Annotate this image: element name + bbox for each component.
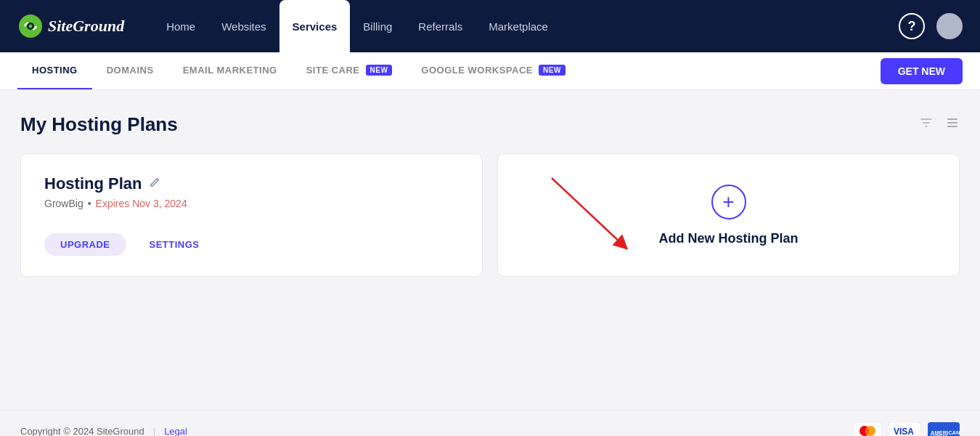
footer: Copyright © 2024 SiteGround | Legal VISA — [0, 410, 980, 436]
sub-nav-site-care[interactable]: SITE CARE NEW — [292, 52, 407, 89]
get-new-button[interactable]: GET NEW — [881, 58, 963, 84]
logo-text: SiteGround — [48, 17, 124, 36]
legal-link[interactable]: Legal — [164, 426, 187, 437]
top-nav: SiteGround Home Websites Services Billin… — [0, 0, 980, 52]
plan-type: GrowBig — [44, 198, 83, 209]
sub-nav-email-marketing[interactable]: EMAIL MARKETING — [168, 52, 292, 89]
sub-nav-hosting[interactable]: HOSTING — [17, 52, 92, 89]
sub-nav-items: HOSTING DOMAINS EMAIL MARKETING SITE CAR… — [17, 52, 881, 89]
footer-divider: | — [153, 426, 155, 437]
nav-link-home[interactable]: Home — [153, 0, 208, 52]
svg-rect-3 — [947, 118, 957, 120]
upgrade-button[interactable]: UPGRADE — [44, 233, 126, 256]
nav-link-websites[interactable]: Websites — [208, 0, 279, 52]
svg-rect-4 — [947, 122, 957, 124]
badge-new-gws: NEW — [539, 65, 565, 76]
footer-left: Copyright © 2024 SiteGround | Legal — [20, 426, 187, 437]
dot-separator: • — [88, 198, 91, 209]
badge-new-sitecare: NEW — [366, 65, 393, 76]
plan-expires: Expires Nov 3, 2024 — [96, 198, 187, 209]
logo-icon — [17, 13, 44, 39]
amex-icon: AMERICAN EXPRESS — [928, 422, 960, 436]
sub-nav: HOSTING DOMAINS EMAIL MARKETING SITE CAR… — [0, 52, 980, 90]
hosting-plan-card: Hosting Plan GrowBig • Expires Nov 3, 20… — [20, 153, 483, 277]
copyright-text: Copyright © 2024 SiteGround — [20, 426, 144, 437]
add-hosting-card[interactable]: + Add New Hosting Plan — [497, 153, 960, 277]
nav-link-services[interactable]: Services — [279, 0, 351, 52]
hosting-plan-name: Hosting Plan — [44, 174, 142, 193]
sub-nav-domains[interactable]: DOMAINS — [92, 52, 168, 89]
page-title: My Hosting Plans — [20, 113, 178, 136]
logo[interactable]: SiteGround — [17, 13, 124, 39]
main-content: My Hosting Plans Hosting Plan — [0, 90, 980, 410]
card-actions: UPGRADE SETTINGS — [44, 233, 459, 256]
nav-links: Home Websites Services Billing Referrals… — [153, 0, 899, 52]
mastercard-icon — [854, 422, 881, 436]
hosting-plan-subtitle: GrowBig • Expires Nov 3, 2024 — [44, 198, 459, 209]
add-hosting-label: Add New Hosting Plan — [658, 231, 798, 246]
footer-right: VISA AMERICAN EXPRESS — [854, 422, 960, 436]
add-circle-button[interactable]: + — [711, 185, 746, 219]
nav-link-billing[interactable]: Billing — [350, 0, 405, 52]
nav-right: ? — [899, 13, 963, 39]
page-header: My Hosting Plans — [20, 113, 960, 136]
user-avatar[interactable] — [936, 13, 963, 39]
nav-link-marketplace[interactable]: Marketplace — [475, 0, 561, 52]
svg-text:VISA: VISA — [894, 427, 914, 436]
nav-link-referrals[interactable]: Referrals — [405, 0, 475, 52]
edit-icon[interactable] — [149, 177, 160, 191]
list-icon[interactable] — [945, 116, 960, 134]
svg-rect-5 — [947, 126, 957, 127]
hosting-plan-title-row: Hosting Plan — [44, 174, 459, 193]
header-actions — [919, 116, 960, 134]
help-button[interactable]: ? — [899, 13, 925, 39]
cards-container: Hosting Plan GrowBig • Expires Nov 3, 20… — [20, 153, 960, 277]
filter-icon[interactable] — [919, 116, 934, 134]
visa-icon: VISA — [889, 422, 920, 436]
hosting-plan-info: Hosting Plan GrowBig • Expires Nov 3, 20… — [44, 174, 459, 209]
svg-point-2 — [29, 25, 33, 28]
settings-link[interactable]: SETTINGS — [150, 239, 200, 250]
sub-nav-google-workspace[interactable]: GOOGLE WORKSPACE NEW — [407, 52, 580, 89]
